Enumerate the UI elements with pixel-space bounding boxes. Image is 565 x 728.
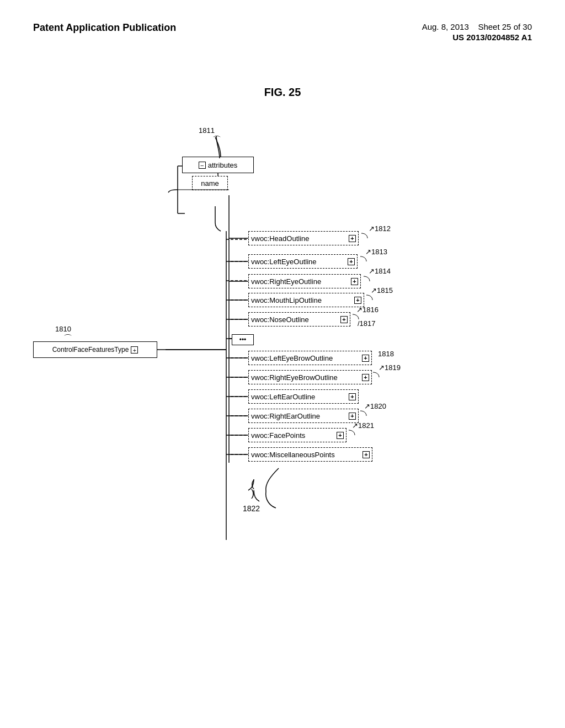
plus-leftear: +: [349, 393, 356, 400]
diagram-lines: [0, 121, 565, 617]
ref-1818: 1818: [378, 350, 394, 358]
item-label-1819: vwoc:RightEyeBrowOutline: [251, 373, 338, 382]
header-patent-number: US 2013/0204852 A1: [452, 33, 532, 42]
plus-1821: +: [337, 432, 344, 439]
label-1822: 1822: [243, 504, 260, 513]
plus-control: +: [131, 346, 138, 354]
label-1810: 1810: [55, 325, 71, 333]
ref-1814: ↗1814: [369, 267, 391, 275]
attributes-box: − attributes: [182, 157, 254, 173]
ref-1812: ↗1812: [369, 224, 391, 233]
header-info: Aug. 8, 2013 Sheet 25 of 30 US 2013/0204…: [422, 22, 532, 42]
dots-connector: •••: [232, 334, 254, 345]
ref-1816: ↗1816: [356, 306, 379, 314]
bracket-bottom2: ): [251, 488, 254, 499]
control-face-text: ControlFaceFeaturesType: [52, 346, 129, 354]
name-box: name: [192, 176, 228, 190]
attributes-text: attributes: [208, 161, 237, 169]
plus-1819: +: [362, 374, 369, 381]
plus-1816: +: [340, 316, 348, 323]
item-label-1818: vwoc:LeftEyeBrowOutline: [251, 354, 333, 362]
plus-1820: +: [349, 413, 356, 420]
ref-1815: ↗1815: [371, 286, 393, 295]
name-text: name: [201, 179, 219, 188]
plus-1812: +: [349, 235, 356, 242]
arrow-1811: ⌒: [212, 135, 221, 146]
plus-1814: +: [351, 278, 358, 285]
diagram-area: 1811 ⌒ − attributes name 1810 ⌒ ControlF…: [0, 121, 565, 617]
item-label-1821: vwoc:FacePoints: [251, 431, 305, 440]
item-label-misc: vwoc:MiscellaneousPoints: [251, 451, 335, 459]
header-sheet: Sheet 25 of 30: [478, 22, 532, 31]
page-header: Patent Application Publication Aug. 8, 2…: [0, 0, 565, 53]
item-label-1813: vwoc:LeftEyeOutline: [251, 258, 317, 266]
plus-1815: +: [354, 297, 361, 304]
ref-1819: ↗1819: [379, 363, 401, 372]
item-label-1812: vwoc:HeadOutline: [251, 234, 310, 243]
dots-text: •••: [239, 336, 247, 344]
item-row-1812: vwoc:HeadOutline +: [248, 231, 359, 245]
item-label-1815: vwoc:MouthLipOutline: [251, 296, 322, 304]
plus-misc: +: [363, 451, 370, 458]
item-label-1820: vwoc:RightEarOutline: [251, 412, 320, 420]
label-1811: 1811: [199, 126, 215, 135]
ref-1813: ↗1813: [365, 248, 387, 256]
minus-icon: −: [199, 162, 206, 169]
plus-1818: +: [362, 355, 369, 362]
figure-title: FIG. 25: [0, 86, 565, 99]
plus-1813: +: [348, 258, 355, 265]
header-date: Aug. 8, 2013: [422, 22, 469, 31]
item-label-1816: vwoc:NoseOutline: [251, 315, 309, 324]
control-face-box: ControlFaceFeaturesType +: [33, 341, 157, 358]
ref-1820: ↗1820: [364, 402, 386, 410]
publication-title: Patent Application Publication: [33, 22, 176, 34]
item-label-1814: vwoc:RightEyeOutline: [251, 277, 321, 286]
ref-1821: ↗1821: [352, 421, 374, 430]
ref-1817: /1817: [358, 319, 376, 328]
item-label-leftear: vwoc:LeftEarOutline: [251, 393, 315, 401]
header-date-sheet: Aug. 8, 2013 Sheet 25 of 30: [422, 22, 532, 31]
connector-svg: [0, 121, 565, 617]
